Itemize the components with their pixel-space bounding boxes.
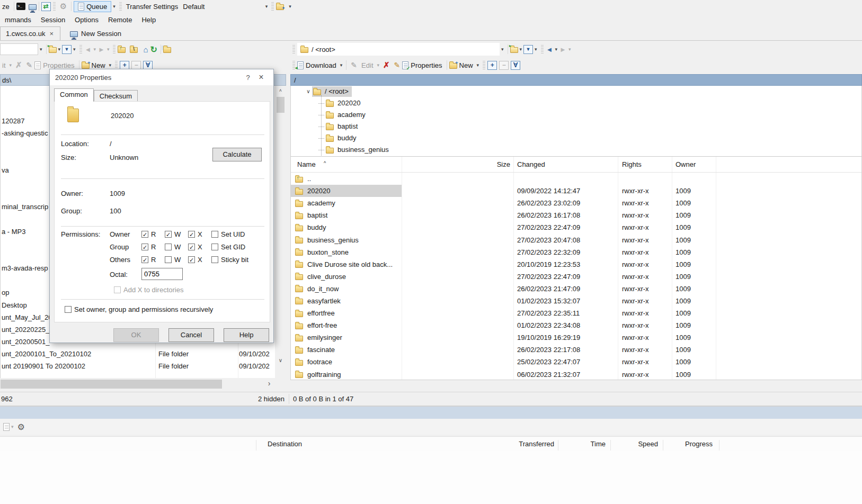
perm-group-w-checkbox[interactable] xyxy=(165,244,172,250)
file-row[interactable]: fascinate26/02/2023 22:17:08rwxr-xr-x100… xyxy=(291,344,861,356)
transfer-settings-select[interactable]: Default ▾ xyxy=(180,1,269,12)
local-file-row[interactable]: unt 20190901 To 20200102File folder09/10… xyxy=(1,361,275,372)
column-header-size[interactable]: Size xyxy=(402,160,510,168)
expand-icon[interactable]: + xyxy=(120,61,129,70)
tree-node-root[interactable]: ∨ / <root> xyxy=(291,86,861,97)
file-row[interactable]: buxton_stone27/02/2023 22:32:09rwxr-xr-x… xyxy=(291,246,861,258)
file-row[interactable]: .. xyxy=(291,173,861,185)
new-session-tab[interactable]: New Session xyxy=(65,28,127,40)
remote-properties-label[interactable]: Properties xyxy=(408,61,444,69)
file-row[interactable]: baptist26/02/2023 16:17:08rwxr-xr-x1009 xyxy=(291,209,861,221)
queue-column-transferred[interactable]: Transferred xyxy=(501,440,554,448)
tree-node-academy[interactable]: academy xyxy=(291,109,861,121)
rename-icon[interactable]: ✎ xyxy=(392,61,403,69)
home-directory-icon[interactable]: ⌂ xyxy=(142,45,149,54)
perm-others-w-checkbox[interactable] xyxy=(165,256,172,263)
perm-others-r-checkbox[interactable]: ✓ xyxy=(141,256,148,263)
tree-root-selection[interactable]: / <root> xyxy=(312,86,352,97)
queue-column-speed[interactable]: Speed xyxy=(605,440,658,448)
chevron-down-icon[interactable]: ▾ xyxy=(38,47,44,52)
column-header-name[interactable]: Name xyxy=(297,160,316,168)
download-label[interactable]: Download xyxy=(304,61,339,69)
perm-others-special-checkbox[interactable] xyxy=(211,256,218,263)
hidden-files-status[interactable]: 2 hidden xyxy=(258,392,285,406)
remote-file-list[interactable]: Name ^ Size Changed Rights Owner ..20202… xyxy=(290,156,862,380)
help-icon[interactable]: ? xyxy=(242,74,254,82)
perm-owner-x-checkbox[interactable]: ✓ xyxy=(188,231,195,238)
file-row[interactable]: footrace25/02/2023 22:47:07rwxr-xr-x1009 xyxy=(291,356,861,368)
delete-icon[interactable]: ✗ xyxy=(381,60,392,70)
chevron-down-icon[interactable]: ∨ xyxy=(305,86,312,97)
perm-owner-special-checkbox[interactable] xyxy=(211,231,218,238)
scroll-up-icon[interactable]: ˄ xyxy=(276,86,285,95)
synchronize-browsing-icon[interactable]: ⇄ xyxy=(41,2,51,11)
file-row[interactable]: business_genius27/02/2023 20:47:08rwxr-x… xyxy=(291,233,861,246)
file-row[interactable]: easyfartlek01/02/2023 15:32:07rwxr-xr-x1… xyxy=(291,295,861,307)
perm-others-x-checkbox[interactable]: ✓ xyxy=(188,256,195,263)
calculate-button[interactable]: Calculate xyxy=(212,148,262,161)
file-row[interactable]: golftraining06/02/2023 21:32:07rwxr-xr-x… xyxy=(291,368,861,381)
file-row[interactable]: Clive Durose site old back...20/10/2019 … xyxy=(291,258,861,271)
local-directory-combo[interactable] xyxy=(0,43,38,55)
chevron-down-icon[interactable]: ▾ xyxy=(475,62,481,68)
close-icon[interactable]: × xyxy=(254,73,268,82)
file-row[interactable]: academy26/02/2023 23:02:09rwxr-xr-x1009 xyxy=(291,197,861,209)
expand-icon[interactable]: + xyxy=(487,61,497,70)
octal-input[interactable] xyxy=(141,268,183,280)
session-tab-active[interactable]: 1.cwcs.co.uk × xyxy=(0,26,60,40)
filter-icon[interactable]: ▼ xyxy=(523,45,533,54)
queue-toggle-button[interactable]: Queue xyxy=(74,1,111,12)
chevron-down-icon[interactable]: ▾ xyxy=(57,47,63,52)
tree-node-business_genius[interactable]: business_genius xyxy=(291,144,861,156)
refresh-icon[interactable]: ↻ xyxy=(149,44,158,55)
scrollbar-thumb[interactable] xyxy=(1,380,222,389)
column-header-changed[interactable]: Changed xyxy=(517,160,545,168)
chevron-down-icon[interactable]: ▾ xyxy=(339,62,344,68)
perm-owner-w-checkbox[interactable]: ✓ xyxy=(165,231,172,238)
tree-panel-toggle-icon[interactable] xyxy=(163,47,171,53)
chevron-down-icon[interactable]: ▾ xyxy=(72,47,77,52)
new-icon[interactable] xyxy=(449,63,457,69)
local-file-row[interactable]: unt_20200101_To_20210102File folder09/10… xyxy=(1,348,275,359)
console-icon[interactable]: >_ xyxy=(16,3,25,10)
queue-column-destination[interactable]: Destination xyxy=(268,440,302,448)
file-row[interactable]: effortfree27/02/2023 22:35:11rwxr-xr-x10… xyxy=(291,307,861,319)
menu-item-remote[interactable]: Remote xyxy=(103,14,137,26)
scroll-right-icon[interactable]: › xyxy=(264,379,274,389)
queue-dropdown-icon[interactable]: ▾ xyxy=(111,4,117,9)
queue-column-progress[interactable]: Progress xyxy=(660,440,713,448)
properties-icon[interactable]: ✓ xyxy=(402,61,408,69)
open-directory-icon[interactable] xyxy=(49,47,57,53)
remote-directory-tree[interactable]: ∨ / <root> 202020academybaptistbuddybusi… xyxy=(290,86,862,156)
menu-item-options[interactable]: Options xyxy=(70,14,103,26)
scrollbar-thumb[interactable] xyxy=(277,97,285,113)
menu-item-mmands[interactable]: mmands xyxy=(0,14,36,26)
open-directory-icon[interactable] xyxy=(510,47,518,53)
tree-node-buddy[interactable]: buddy xyxy=(291,132,861,144)
chevron-down-icon[interactable]: ▾ xyxy=(533,47,539,52)
new-icon[interactable] xyxy=(82,63,90,69)
root-directory-icon[interactable] xyxy=(130,47,138,53)
local-vertical-scrollbar[interactable]: ˄ ∨ xyxy=(276,86,285,365)
tree-node-baptist[interactable]: baptist xyxy=(291,121,861,132)
queue-column-time[interactable]: Time xyxy=(553,440,606,448)
chevron-down-icon[interactable]: ▾ xyxy=(108,62,113,68)
file-row[interactable]: buddy27/02/2023 22:47:09rwxr-xr-x1009 xyxy=(291,221,861,233)
remote-address-combo[interactable]: / <root> xyxy=(297,43,500,56)
file-row[interactable]: effort-free01/02/2023 22:34:08rwxr-xr-x1… xyxy=(291,319,861,331)
menu-item-session[interactable]: Session xyxy=(36,14,70,26)
tree-node-202020[interactable]: 202020 xyxy=(291,97,861,109)
synchronize-button-fragment[interactable]: ze xyxy=(0,3,12,11)
filter-toggle-icon[interactable]: ∀ xyxy=(143,61,153,70)
menu-item-help[interactable]: Help xyxy=(137,14,161,26)
parent-directory-icon[interactable] xyxy=(118,47,126,53)
scroll-down-icon[interactable]: ∨ xyxy=(276,357,285,365)
chevron-down-icon[interactable]: ▾ xyxy=(518,47,524,52)
tab-common[interactable]: Common xyxy=(54,88,94,102)
chevron-down-icon[interactable]: ▾ xyxy=(553,47,559,52)
perm-group-r-checkbox[interactable]: ✓ xyxy=(141,244,148,250)
cancel-button[interactable]: Cancel xyxy=(168,328,214,342)
help-button[interactable]: Help xyxy=(224,328,269,342)
filter-icon[interactable]: ▼ xyxy=(62,45,72,54)
local-horizontal-scrollbar[interactable]: › xyxy=(0,378,275,390)
